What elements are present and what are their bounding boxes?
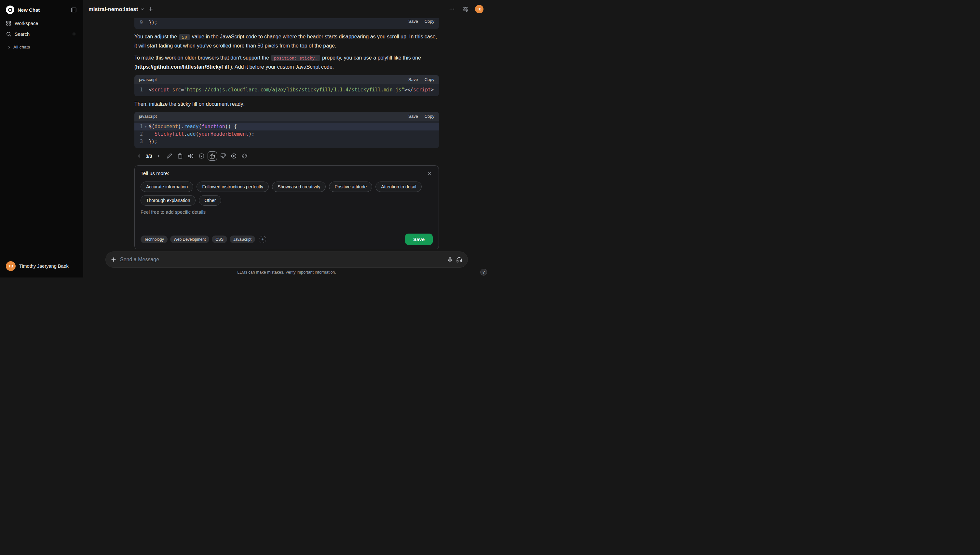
thumbs-down-button[interactable] xyxy=(218,151,228,161)
help-button[interactable]: ? xyxy=(480,269,487,276)
user-name: Timothy Jaeryang Baek xyxy=(19,263,69,269)
code-copy-button[interactable]: Copy xyxy=(425,114,435,119)
tag-css[interactable]: CSS xyxy=(212,236,227,243)
chevron-right-icon xyxy=(156,154,161,159)
fold-gutter xyxy=(143,86,149,94)
header-user-avatar[interactable]: TB xyxy=(475,5,483,13)
plus-icon xyxy=(148,6,154,12)
code-save-button[interactable]: Save xyxy=(408,114,418,119)
app-root: New Chat Workspace Search xyxy=(0,0,490,278)
code-lines: 1<script src="https://cdnjs.cloudflare.c… xyxy=(135,84,439,96)
feedback-panel: Tell us more: Accurate informationFollow… xyxy=(135,165,439,249)
user-menu-button[interactable]: TB Timothy Jaeryang Baek xyxy=(4,258,79,274)
inline-code-position-sticky: position: sticky; xyxy=(271,55,320,61)
fold-gutter xyxy=(143,130,149,138)
feedback-option-followed-instructions-perfectly[interactable]: Followed instructions perfectly xyxy=(197,181,269,192)
chevron-right-icon xyxy=(7,45,11,49)
refresh-icon xyxy=(242,153,247,159)
feedback-close-button[interactable] xyxy=(426,170,433,177)
message-input[interactable] xyxy=(120,257,444,263)
para2-post: ). Add it before your custom JavaScript … xyxy=(230,64,334,70)
tag-technology[interactable]: Technology xyxy=(141,236,168,243)
tag-web-development[interactable]: Web Development xyxy=(170,236,210,243)
code-block-partial: 9}); Save Copy xyxy=(135,18,439,29)
message-action-bar: 3/3 xyxy=(135,151,439,161)
workspace-grid-icon xyxy=(6,21,11,26)
tag-javascript[interactable]: JavaScript xyxy=(230,236,255,243)
new-chat-plus-button-header[interactable] xyxy=(147,6,154,13)
next-response-button[interactable] xyxy=(154,151,163,161)
prev-response-button[interactable] xyxy=(135,151,144,161)
thumbs-up-icon xyxy=(210,153,215,159)
code-save-button[interactable]: Save xyxy=(408,77,418,82)
regenerate-button[interactable] xyxy=(240,151,249,161)
panel-left-icon xyxy=(71,7,77,13)
headphones-icon xyxy=(456,257,462,263)
new-chat-plus-button-sidebar[interactable] xyxy=(71,30,77,37)
sidebar-item-workspace[interactable]: Workspace xyxy=(4,18,79,28)
code-block-2: javascript Save Copy 1▾$(document).ready… xyxy=(135,112,439,148)
sidebar-toggle-button[interactable] xyxy=(70,6,77,14)
fold-gutter xyxy=(143,138,149,145)
message-paragraph-2: To make this work on older browsers that… xyxy=(135,53,439,72)
stickyfill-link[interactable]: https://github.com/littlestair/StickyFil… xyxy=(136,64,229,70)
sidebar-new-chat[interactable]: New Chat xyxy=(4,3,79,16)
fold-chevron-icon[interactable]: ▾ xyxy=(143,123,149,130)
chevron-down-icon xyxy=(140,7,144,11)
disclaimer-text: LLMs can make mistakes. Verify important… xyxy=(237,270,336,274)
code-line: 3}); xyxy=(135,138,439,145)
model-selector[interactable]: mistral-nemo:latest xyxy=(88,6,144,12)
chat-controls-button[interactable] xyxy=(462,6,469,13)
feedback-option-other[interactable]: Other xyxy=(199,195,221,205)
voice-input-button[interactable] xyxy=(447,257,453,263)
code-language-label: javascript xyxy=(139,77,157,82)
voice-call-button[interactable] xyxy=(456,257,462,263)
read-aloud-button[interactable] xyxy=(186,151,196,161)
chevron-left-icon xyxy=(137,154,141,159)
all-chats-label: All chats xyxy=(13,45,30,50)
microphone-icon xyxy=(447,257,453,263)
feedback-option-attention-to-detail[interactable]: Attention to detail xyxy=(375,181,422,192)
copy-message-button[interactable] xyxy=(175,151,185,161)
add-tag-button[interactable]: + xyxy=(259,236,266,243)
more-options-button[interactable] xyxy=(448,5,456,13)
message-composer[interactable] xyxy=(106,252,468,268)
feedback-option-showcased-creativity[interactable]: Showcased creativity xyxy=(272,181,326,192)
response-pager: 3/3 xyxy=(146,154,152,159)
continue-response-button[interactable] xyxy=(229,151,239,161)
feedback-option-positive-attitude[interactable]: Positive attitude xyxy=(329,181,372,192)
feedback-footer: TechnologyWeb DevelopmentCSSJavaScript +… xyxy=(141,234,433,245)
sidebar-item-search[interactable]: Search xyxy=(4,28,79,40)
model-name: mistral-nemo:latest xyxy=(88,6,138,12)
code-line: 1▾$(document).ready(function() { xyxy=(135,123,439,130)
message-paragraph-3: Then, initialize the sticky fill on docu… xyxy=(135,99,439,109)
code-block-1: javascript Save Copy 1<script src="https… xyxy=(135,75,439,96)
ellipsis-icon xyxy=(449,6,455,12)
clipboard-icon xyxy=(177,153,183,159)
sidebar-item-all-chats[interactable]: All chats xyxy=(4,42,79,52)
user-avatar: TB xyxy=(6,261,16,271)
main-area: mistral-nemo:latest TB xyxy=(83,0,490,278)
info-button[interactable] xyxy=(197,151,206,161)
chat-scroll-area[interactable]: 9}); Save Copy You can adjust the50value… xyxy=(83,18,490,249)
edit-message-button[interactable] xyxy=(165,151,174,161)
main-header: mistral-nemo:latest TB xyxy=(83,0,490,18)
attach-button[interactable] xyxy=(110,257,117,263)
code-save-button[interactable]: Save xyxy=(408,19,418,24)
app-logo-icon xyxy=(6,6,14,14)
message-paragraph-1: You can adjust the50value in the JavaScr… xyxy=(135,32,439,51)
search-icon xyxy=(6,31,11,37)
close-icon xyxy=(427,171,432,176)
feedback-details-input[interactable] xyxy=(141,210,433,230)
thumbs-up-button[interactable] xyxy=(208,151,217,161)
code-copy-button[interactable]: Copy xyxy=(425,19,435,24)
play-circle-icon xyxy=(231,153,237,159)
feedback-save-button[interactable]: Save xyxy=(405,234,433,245)
code-header: javascript Save Copy xyxy=(135,112,439,121)
feedback-option-thorough-explanation[interactable]: Thorough explanation xyxy=(141,195,196,205)
feedback-option-accurate-information[interactable]: Accurate information xyxy=(141,181,193,192)
inline-code-50: 50 xyxy=(179,34,190,40)
workspace-label: Workspace xyxy=(14,21,38,26)
feedback-tags: TechnologyWeb DevelopmentCSSJavaScript xyxy=(141,236,255,243)
code-copy-button[interactable]: Copy xyxy=(425,77,435,82)
